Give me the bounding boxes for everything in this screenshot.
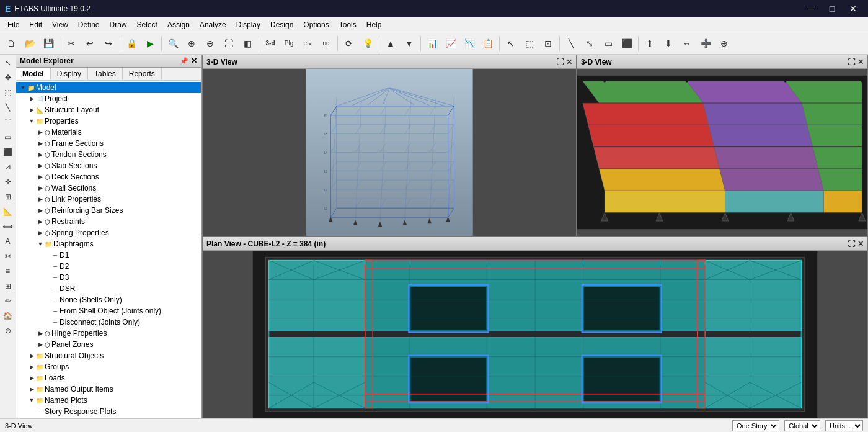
- tree-spring-properties[interactable]: ▶ ⬡ Spring Properties: [16, 227, 201, 238]
- zoom-fit-button[interactable]: ⛶: [220, 35, 237, 52]
- tree-named-output[interactable]: ▶ 📁 Named Output Items: [16, 384, 201, 395]
- tree-d2[interactable]: ─ D2: [16, 261, 201, 272]
- pointer-tool[interactable]: ↖: [1, 56, 15, 70]
- structure-layout-expand-icon[interactable]: ▶: [27, 106, 36, 114]
- menu-draw[interactable]: Draw: [105, 17, 132, 32]
- tree-frame-sections[interactable]: ▶ ⬡ Frame Sections: [16, 138, 201, 149]
- named-plots-expand-icon[interactable]: ▼: [27, 396, 36, 405]
- tree-d1[interactable]: ─ D1: [16, 250, 201, 261]
- menu-select[interactable]: Select: [132, 17, 162, 32]
- properties-expand-icon[interactable]: ▼: [27, 117, 36, 125]
- tree-named-plots[interactable]: ▼ 📁 Named Plots: [16, 395, 201, 406]
- maximize-button[interactable]: □: [822, 0, 842, 17]
- draw-brace-button[interactable]: ⤡: [581, 35, 598, 52]
- tree-loads[interactable]: ▶ 📁 Loads: [16, 372, 201, 384]
- tab-reports[interactable]: Reports: [123, 68, 162, 80]
- tree-structural-objects[interactable]: ▶ 📁 Structural Objects: [16, 350, 201, 361]
- tree-tendon-sections[interactable]: ▶ ⬡ Tendon Sections: [16, 149, 201, 160]
- right-3d-content[interactable]: [577, 69, 867, 236]
- restraints-expand-icon[interactable]: ▶: [36, 217, 45, 226]
- spring-properties-expand-icon[interactable]: ▶: [36, 228, 45, 237]
- constraint-tool[interactable]: ⊙: [1, 324, 15, 338]
- nd-view-button[interactable]: nd: [317, 35, 335, 52]
- zoom-out-button[interactable]: ⊖: [202, 35, 219, 52]
- tree-none-shells[interactable]: ─ None (Shells Only): [16, 294, 201, 305]
- show-table-button[interactable]: 📋: [479, 35, 497, 52]
- tree-dsr[interactable]: ─ DSR: [16, 283, 201, 294]
- frame-forces-button[interactable]: 📉: [461, 35, 478, 52]
- annotation-tool[interactable]: A: [1, 235, 15, 248]
- measure-tool[interactable]: 📐: [1, 205, 15, 218]
- menu-options[interactable]: Options: [298, 17, 334, 32]
- zoom-previous-button[interactable]: ◧: [239, 35, 256, 52]
- tree-model[interactable]: ▼ 📁 Model: [16, 82, 201, 93]
- run-button[interactable]: ▶: [141, 35, 159, 52]
- tree-structure-layout[interactable]: ▶ 📐 Structure Layout: [16, 104, 201, 115]
- elev-view-button[interactable]: elv: [299, 35, 316, 52]
- explorer-close-icon[interactable]: ✕: [191, 56, 197, 65]
- zoom-window-button[interactable]: 🔍: [164, 35, 182, 52]
- menu-define[interactable]: Define: [73, 17, 105, 32]
- edit-mesh-tool[interactable]: ⊞: [1, 190, 15, 204]
- draw-frame-tool[interactable]: ╲: [1, 101, 15, 114]
- project-expand-icon[interactable]: ▶: [27, 94, 36, 103]
- main-3d-close-icon[interactable]: ✕: [566, 58, 572, 66]
- main-3d-expand-icon[interactable]: ⛶: [556, 58, 564, 66]
- move-down-button[interactable]: ▼: [401, 35, 418, 52]
- draw-cable-tool[interactable]: ⌒: [1, 115, 15, 129]
- menu-display[interactable]: Display: [231, 17, 265, 32]
- close-button[interactable]: ✕: [843, 0, 863, 17]
- add-point-tool[interactable]: ✛: [1, 175, 15, 189]
- tree-d3[interactable]: ─ D3: [16, 272, 201, 283]
- save-button[interactable]: 💾: [40, 35, 57, 52]
- global-coord-select[interactable]: Global: [784, 420, 820, 431]
- model-expand-icon[interactable]: ▼: [19, 83, 27, 92]
- deck-sections-expand-icon[interactable]: ▶: [36, 173, 45, 181]
- zoom-in-button[interactable]: ⊕: [183, 35, 200, 52]
- replicate-button[interactable]: ⬇: [660, 35, 677, 52]
- plan-view-close-icon[interactable]: ✕: [857, 240, 864, 248]
- pin-icon[interactable]: 📌: [180, 57, 188, 65]
- story-tool[interactable]: 🏠: [1, 309, 15, 323]
- menu-edit[interactable]: Edit: [24, 17, 47, 32]
- grid-tool[interactable]: ⊞: [1, 279, 15, 293]
- frame-sections-expand-icon[interactable]: ▶: [36, 139, 45, 148]
- right-3d-close-icon[interactable]: ✕: [857, 58, 864, 66]
- show-undeformed-button[interactable]: 📊: [423, 35, 441, 52]
- tab-tables[interactable]: Tables: [88, 68, 123, 80]
- divide-button[interactable]: ➗: [697, 35, 714, 52]
- menu-view[interactable]: View: [47, 17, 73, 32]
- draw-ramp-tool[interactable]: ⊿: [1, 160, 15, 174]
- light-button[interactable]: 💡: [359, 35, 376, 52]
- tree-hinge-properties[interactable]: ▶ ⬡ Hinge Properties: [16, 328, 201, 339]
- select-pointer-button[interactable]: ↖: [502, 35, 520, 52]
- hinge-properties-expand-icon[interactable]: ▶: [36, 329, 45, 338]
- tendon-sections-expand-icon[interactable]: ▶: [36, 150, 45, 159]
- intersect-button[interactable]: ⊡: [539, 35, 557, 52]
- menu-tools[interactable]: Tools: [334, 17, 361, 32]
- tab-display[interactable]: Display: [51, 68, 88, 80]
- tab-model[interactable]: Model: [16, 68, 51, 80]
- menu-help[interactable]: Help: [361, 17, 387, 32]
- groups-expand-icon[interactable]: ▶: [27, 362, 36, 371]
- right-3d-expand-icon[interactable]: ⛶: [848, 58, 855, 66]
- merge-button[interactable]: ⊕: [715, 35, 733, 52]
- draw-wall-tool[interactable]: ▭: [1, 130, 15, 144]
- rubber-band-button[interactable]: ⬚: [521, 35, 538, 52]
- tree-panel-zones[interactable]: ▶ ⬡ Panel Zones: [16, 339, 201, 350]
- menu-file[interactable]: File: [2, 17, 24, 32]
- materials-expand-icon[interactable]: ▶: [36, 128, 45, 137]
- minimize-button[interactable]: ─: [801, 0, 821, 17]
- panel-zones-expand-icon[interactable]: ▶: [36, 340, 45, 349]
- 3d-view-button[interactable]: 3-d: [262, 35, 279, 52]
- tree-slab-sections[interactable]: ▶ ⬡ Slab Sections: [16, 160, 201, 171]
- tree-project[interactable]: ▶ 📄 Project: [16, 93, 201, 104]
- menu-assign[interactable]: Assign: [162, 17, 195, 32]
- select-tool[interactable]: ⬚: [1, 86, 15, 99]
- reinforcing-bar-expand-icon[interactable]: ▶: [36, 206, 45, 215]
- draw-frame-button[interactable]: ╲: [562, 35, 580, 52]
- menu-analyze[interactable]: Analyze: [195, 17, 231, 32]
- tree-materials[interactable]: ▶ ⬡ Materials: [16, 127, 201, 138]
- link-properties-expand-icon[interactable]: ▶: [36, 195, 45, 204]
- wall-sections-expand-icon[interactable]: ▶: [36, 184, 45, 192]
